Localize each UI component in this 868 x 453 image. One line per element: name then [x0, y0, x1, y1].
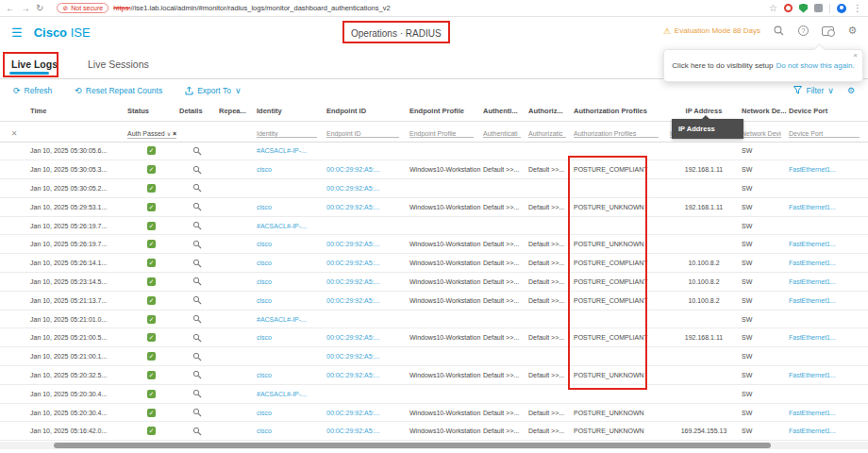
cell-endpoint-id[interactable]: 00:0C:29:92:A5:... [325, 160, 408, 179]
cell-device-port[interactable] [787, 347, 868, 366]
cell-endpoint-id[interactable]: 00:0C:29:92:A5:... [325, 197, 408, 216]
cell-device-port[interactable]: FastEthernet1... [787, 291, 868, 310]
cell-device-port[interactable]: FastEthernet1... [787, 235, 868, 254]
cell-identity[interactable]: #ACSACL#-IP-... [255, 142, 325, 160]
authorization-filter-input[interactable] [528, 130, 566, 138]
tab-live-sessions[interactable]: Live Sessions [86, 53, 151, 78]
cell-identity[interactable]: #ACSACL#-IP-... [255, 310, 325, 328]
browser-menu-icon[interactable]: ⋮ [853, 4, 862, 13]
search-icon[interactable] [773, 25, 785, 37]
col-network-device[interactable]: Network De... [740, 101, 787, 121]
do-not-show-again-link[interactable]: Do not show this again. [776, 61, 854, 70]
cell-identity[interactable]: cisco [255, 403, 325, 422]
authentication-filter-input[interactable] [483, 130, 521, 138]
cell-identity[interactable]: cisco [255, 160, 325, 179]
cell-device-port[interactable] [787, 310, 868, 328]
cell-identity[interactable] [255, 179, 325, 198]
table-row[interactable]: Jan 10, 2025 05:16:42.0... ✓ cisco 00:0C… [0, 422, 868, 441]
cell-device-port[interactable]: FastEthernet1... [787, 254, 868, 273]
cell-device-port[interactable] [787, 384, 868, 403]
col-identity[interactable]: Identity [255, 101, 325, 121]
cell-endpoint-id[interactable]: 00:0C:29:92:A5:... [325, 328, 408, 347]
status-filter-dropdown[interactable]: Auth Passed ∨ × [127, 130, 176, 139]
details-magnifier-icon[interactable] [192, 183, 202, 193]
horizontal-scrollbar-track[interactable] [0, 442, 868, 449]
extensions-puzzle-icon[interactable] [814, 4, 823, 12]
cell-endpoint-id[interactable]: 00:0C:29:92:A5:... [325, 179, 408, 198]
table-settings-gear-icon[interactable]: ⚙ [847, 86, 855, 95]
cell-endpoint-id[interactable] [325, 216, 408, 235]
table-row[interactable]: Jan 10, 2025 05:29:53.1... ✓ cisco 00:0C… [0, 197, 868, 216]
clear-status-filter-icon[interactable]: × [173, 130, 176, 137]
table-row[interactable]: Jan 10, 2025 05:30:05.2... ✓ 00:0C:29:92… [0, 179, 868, 198]
table-row[interactable]: Jan 10, 2025 05:30:05.3... ✓ cisco 00:0C… [0, 160, 868, 179]
details-magnifier-icon[interactable] [192, 165, 202, 175]
table-row[interactable]: Jan 10, 2025 05:21:13.7... ✓ cisco 00:0C… [0, 291, 868, 310]
browser-profile-icon[interactable] [837, 4, 846, 13]
table-row[interactable]: Jan 10, 2025 05:20:30.4... ✓ #ACSACL#-IP… [0, 384, 868, 403]
col-authorization-profiles[interactable]: Authorization Profiles [572, 101, 668, 121]
cell-identity[interactable]: #ACSACL#-IP-... [255, 384, 325, 403]
cell-identity[interactable]: cisco [255, 273, 325, 292]
cell-identity[interactable]: cisco [255, 366, 325, 385]
cell-device-port[interactable]: FastEthernet1... [787, 366, 868, 385]
network-device-filter-input[interactable] [742, 130, 781, 138]
cell-endpoint-id[interactable] [325, 142, 408, 160]
details-magnifier-icon[interactable] [192, 277, 202, 286]
details-magnifier-icon[interactable] [192, 240, 202, 249]
table-row[interactable]: Jan 10, 2025 05:26:14.1... ✓ cisco 00:0C… [0, 254, 868, 273]
cell-endpoint-id[interactable] [325, 310, 408, 328]
cell-identity[interactable]: cisco [255, 422, 325, 441]
cell-device-port[interactable]: FastEthernet1... [787, 160, 868, 179]
cell-identity[interactable]: cisco [255, 328, 325, 347]
details-magnifier-icon[interactable] [192, 295, 202, 305]
cell-device-port[interactable] [787, 216, 868, 235]
cell-endpoint-id[interactable]: 00:0C:29:92:A5:... [325, 273, 408, 292]
details-magnifier-icon[interactable] [192, 427, 202, 436]
authorization-profiles-filter-input[interactable] [574, 130, 659, 138]
identity-filter-input[interactable] [257, 130, 317, 138]
cell-identity[interactable]: cisco [255, 197, 325, 216]
bookmark-star-icon[interactable]: ☆ [769, 4, 777, 13]
col-authorization[interactable]: Authoriz... [526, 101, 572, 121]
cell-identity[interactable] [255, 347, 325, 366]
cell-endpoint-id[interactable]: 00:0C:29:92:A5:... [325, 422, 408, 441]
settings-gear-icon[interactable]: ⚙ [846, 25, 859, 37]
evaluation-mode-badge[interactable]: ⚠ Evaluation Mode 88 Days [663, 26, 760, 36]
cell-endpoint-id[interactable]: 00:0C:29:92:A5:... [325, 291, 408, 310]
visibility-setup-icon[interactable] [822, 25, 834, 37]
details-magnifier-icon[interactable] [192, 389, 202, 398]
col-endpoint-id[interactable]: Endpoint ID [325, 101, 408, 121]
browser-back-icon[interactable]: ← [6, 4, 15, 13]
cell-identity[interactable]: #ACSACL#-IP-... [255, 216, 325, 235]
hamburger-menu-icon[interactable]: ☰ [11, 25, 23, 40]
col-details[interactable]: Details [177, 101, 217, 121]
details-magnifier-icon[interactable] [192, 333, 202, 343]
extension-red-icon[interactable] [784, 4, 793, 12]
table-row[interactable]: Jan 10, 2025 05:26:19.7... ✓ cisco 00:0C… [0, 235, 868, 254]
cell-device-port[interactable]: FastEthernet1... [787, 328, 868, 347]
not-secure-badge[interactable]: ⊘ Not secure [57, 3, 108, 13]
cell-identity[interactable]: cisco [255, 254, 325, 273]
table-row[interactable]: Jan 10, 2025 05:21:01.0... ✓ #ACSACL#-IP… [0, 310, 868, 328]
details-magnifier-icon[interactable] [192, 370, 202, 379]
cell-device-port[interactable]: FastEthernet1... [787, 273, 868, 292]
cell-endpoint-id[interactable]: 00:0C:29:92:A5:... [325, 235, 408, 254]
cell-device-port[interactable] [787, 179, 868, 198]
table-row[interactable]: Jan 10, 2025 05:26:19.7... ✓ #ACSACL#-IP… [0, 216, 868, 235]
cell-device-port[interactable]: FastEthernet1... [787, 197, 868, 216]
clear-filters-icon[interactable]: ✕ [11, 129, 18, 138]
table-row[interactable]: Jan 10, 2025 05:20:30.4... ✓ cisco 00:0C… [0, 403, 868, 422]
cell-identity[interactable]: cisco [255, 291, 325, 310]
browser-forward-icon[interactable]: → [21, 4, 30, 13]
filter-button[interactable]: Filter ∨ [793, 86, 833, 95]
endpoint-id-filter-input[interactable] [326, 130, 399, 138]
cell-endpoint-id[interactable]: 00:0C:29:92:A5:... [325, 254, 408, 273]
details-magnifier-icon[interactable] [192, 202, 202, 211]
extension-shield-icon[interactable] [799, 4, 808, 13]
browser-reload-icon[interactable]: ↻ [36, 4, 43, 13]
device-port-filter-input[interactable] [789, 130, 860, 138]
popup-close-icon[interactable]: × [853, 51, 858, 59]
details-magnifier-icon[interactable] [192, 259, 202, 268]
table-row[interactable]: Jan 10, 2025 05:21:00.1... ✓ 00:0C:29:92… [0, 347, 868, 366]
